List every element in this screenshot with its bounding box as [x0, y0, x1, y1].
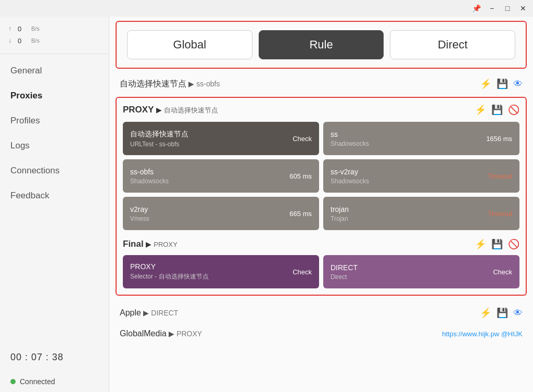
final-card-direct[interactable]: DIRECT Direct Check [323, 255, 519, 288]
proxy-card-v2ray[interactable]: v2ray Vmess 665 ms [123, 197, 319, 230]
proxy-title-sub: 自动选择快速节点 [164, 106, 218, 114]
apple-icons: ⚡ 💾 👁 [480, 307, 523, 319]
final-direct-name: DIRECT [331, 263, 358, 272]
final-save-icon[interactable]: 💾 [491, 238, 503, 250]
apple-title: Apple ▶ DIRECT [120, 308, 178, 318]
sidebar-item-general[interactable]: General [0, 58, 109, 83]
network-stats: ↑ 0 B/s ↓ 0 B/s [0, 17, 109, 54]
final-proxy-name: PROXY [130, 262, 209, 271]
apple-lightning-icon[interactable]: ⚡ [480, 307, 491, 319]
final-grid: PROXY Selector - 自动选择快速节点 Check DIRECT D… [123, 255, 519, 288]
ss-card-type: Shadowsocks [331, 140, 369, 147]
apple-save-icon[interactable]: 💾 [497, 307, 508, 319]
final-title-sub: PROXY [154, 241, 177, 248]
apple-title-sub: DIRECT [151, 309, 178, 317]
minimize-button[interactable]: − [486, 3, 498, 14]
ss-v2ray-card-type: Shadowsocks [331, 178, 369, 185]
timer: 00 : 07 : 38 [0, 344, 109, 371]
final-direct-check: Check [493, 268, 512, 276]
apple-eye-icon[interactable]: 👁 [513, 308, 523, 319]
v2ray-card-type: Vmess [130, 215, 149, 222]
eye-icon[interactable]: 👁 [513, 79, 523, 90]
global-mode-button[interactable]: Global [127, 30, 252, 59]
globalmedia-group-header: GlobalMedia ▶ PROXY https://www.hijk.pw … [109, 324, 533, 344]
apple-title-text: Apple [120, 308, 141, 317]
ss-obfs-card-ms: 605 ms [289, 172, 312, 180]
v2ray-card-name: v2ray [130, 205, 149, 213]
direct-mode-button[interactable]: Direct [390, 30, 515, 59]
ss-card-ms: 1656 ms [486, 135, 512, 143]
proxy-card-auto[interactable]: 自动选择快速节点 URLTest - ss-obfs Check [123, 122, 319, 155]
proxy-card-trojan[interactable]: trojan Trojan Timeout [323, 197, 519, 230]
rule-mode-button[interactable]: Rule [259, 30, 384, 59]
final-group-header: Final ▶ PROXY ⚡ 💾 🚫 [123, 238, 519, 250]
proxy-lightning-icon[interactable]: ⚡ [475, 104, 486, 116]
sidebar-item-profiles[interactable]: Profiles [0, 108, 109, 133]
auto-select-icons: ⚡ 💾 👁 [480, 78, 523, 90]
ss-obfs-card-type: Shadowsocks [130, 178, 169, 185]
pin-button[interactable]: 📌 [471, 3, 482, 14]
apple-group-header: Apple ▶ DIRECT ⚡ 💾 👁 [109, 302, 533, 324]
sidebar: ↑ 0 B/s ↓ 0 B/s General Proxies Profiles… [0, 17, 109, 392]
proxy-panel: PROXY ▶ 自动选择快速节点 ⚡ 💾 🚫 自动选择快速节点 URLTest … [116, 97, 527, 296]
proxy-save-icon[interactable]: 💾 [491, 104, 503, 116]
auto-card-check: Check [293, 135, 312, 143]
ss-card-name: ss [331, 130, 369, 138]
proxy-grid: 自动选择快速节点 URLTest - ss-obfs Check ss Shad… [123, 122, 519, 230]
trojan-card-name: trojan [331, 205, 349, 213]
titlebar: 📌 − □ ✕ [0, 0, 533, 17]
proxy-card-ss-v2ray[interactable]: ss-v2ray Shadowsocks Timeout [323, 159, 519, 193]
auto-select-name: 自动选择快速节点 [120, 79, 186, 88]
proxy-hide-icon[interactable]: 🚫 [508, 104, 519, 116]
upload-arrow: ↑ [8, 23, 14, 35]
download-value: 0 [18, 35, 27, 47]
final-card-proxy[interactable]: PROXY Selector - 自动选择快速节点 Check [123, 255, 319, 288]
upload-unit: B/s [31, 24, 40, 34]
final-direct-type: Direct [331, 273, 358, 281]
sidebar-item-logs[interactable]: Logs [0, 133, 109, 158]
ss-obfs-card-name: ss-obfs [130, 168, 169, 176]
trojan-card-type: Trojan [331, 215, 349, 222]
globalmedia-link: https://www.hijk.pw @HIJK [442, 330, 523, 338]
auto-select-title: 自动选择快速节点 ▶ ss-obfs [120, 79, 220, 90]
globalmedia-title-text: GlobalMedia [120, 329, 167, 338]
status-dot [10, 379, 16, 384]
auto-card-type: URLTest - ss-obfs [130, 141, 188, 148]
final-lightning-icon[interactable]: ⚡ [475, 238, 486, 250]
sidebar-item-connections[interactable]: Connections [0, 158, 109, 183]
main-layout: ↑ 0 B/s ↓ 0 B/s General Proxies Profiles… [0, 17, 533, 392]
download-unit: B/s [31, 36, 40, 46]
proxy-title-text: PROXY [123, 105, 154, 115]
sidebar-item-feedback[interactable]: Feedback [0, 183, 109, 208]
proxy-card-ss-obfs[interactable]: ss-obfs Shadowsocks 605 ms [123, 159, 319, 193]
proxy-group-icons: ⚡ 💾 🚫 [475, 104, 519, 116]
sidebar-item-proxies[interactable]: Proxies [0, 83, 109, 108]
maximize-button[interactable]: □ [502, 3, 513, 14]
close-button[interactable]: ✕ [517, 3, 529, 14]
auto-select-sub: ss-obfs [196, 80, 220, 88]
globalmedia-link-text[interactable]: https://www.hijk.pw @HIJK [442, 330, 523, 338]
ss-v2ray-card-timeout: Timeout [488, 172, 512, 180]
lightning-icon[interactable]: ⚡ [480, 78, 491, 90]
status-label: Connected [20, 377, 55, 386]
globalmedia-title: GlobalMedia ▶ PROXY [120, 329, 202, 338]
v2ray-card-ms: 665 ms [289, 210, 312, 218]
mode-bar: Global Rule Direct [116, 21, 527, 69]
final-hide-icon[interactable]: 🚫 [508, 238, 519, 250]
upload-value: 0 [18, 23, 27, 35]
proxy-group-header: PROXY ▶ 自动选择快速节点 ⚡ 💾 🚫 [123, 104, 519, 116]
globalmedia-title-sub: PROXY [176, 330, 202, 338]
content-area: Global Rule Direct 自动选择快速节点 ▶ ss-obfs ⚡ … [109, 17, 533, 392]
final-group-title: Final ▶ PROXY [123, 239, 177, 249]
connection-status: Connected [0, 371, 109, 392]
save-icon[interactable]: 💾 [497, 78, 508, 90]
ss-v2ray-card-name: ss-v2ray [331, 168, 369, 176]
proxy-group-title: PROXY ▶ 自动选择快速节点 [123, 105, 218, 115]
final-title-text: Final [123, 239, 144, 249]
sidebar-nav: General Proxies Profiles Logs Connection… [0, 54, 109, 344]
download-arrow: ↓ [8, 35, 14, 47]
proxy-card-ss[interactable]: ss Shadowsocks 1656 ms [323, 122, 519, 155]
trojan-card-timeout: Timeout [488, 210, 512, 218]
final-group-icons: ⚡ 💾 🚫 [475, 238, 519, 250]
final-proxy-check: Check [293, 268, 312, 276]
